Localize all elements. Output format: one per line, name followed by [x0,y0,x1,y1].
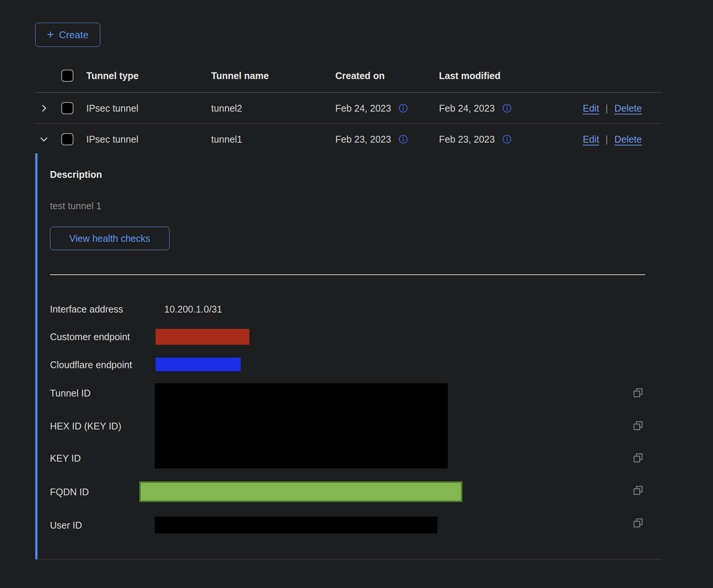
interface-address-label: Interface address [50,304,123,315]
row-actions: Edit | Delete [583,134,642,145]
copy-icon [632,420,644,431]
tunnels-table: Tunnel type Tunnel name Created on Last … [35,59,662,154]
chevron-down-icon [39,134,49,144]
expanded-indicator-bar [35,153,37,559]
table-row-tunnel1: IPsec tunnel tunnel1 Feb 23, 2023 Feb 23… [35,124,662,154]
table-header-row: Tunnel type Tunnel name Created on Last … [35,59,662,93]
header-created-on: Created on [335,70,385,81]
key-id-label: KEY ID [50,453,81,464]
created-on-cell: Feb 24, 2023 [335,103,408,114]
divider [50,274,645,275]
info-icon[interactable] [502,103,512,113]
row-checkbox[interactable] [61,133,73,145]
copy-icon [632,387,644,398]
chevron-right-icon [39,103,49,113]
description-label: Description [50,169,102,180]
interface-address-value: 10.200.1.0/31 [164,304,222,315]
tunnel-type-cell: IPsec tunnel [86,103,139,114]
tunnel1-details-panel: Description test tunnel 1 View health ch… [35,153,662,560]
header-tunnel-type: Tunnel type [86,70,139,81]
row-checkbox-cell [61,133,73,145]
create-button[interactable]: + Create [35,23,100,47]
cloudflare-endpoint-label: Cloudflare endpoint [50,359,132,370]
copy-key-id-button[interactable] [632,452,644,464]
user-id-redacted-value [155,516,437,534]
description-value: test tunnel 1 [50,201,101,212]
view-health-checks-button[interactable]: View health checks [50,227,170,250]
header-tunnel-name: Tunnel name [211,70,269,81]
select-all-cell [61,70,73,82]
copy-fqdn-id-button[interactable] [632,485,644,497]
create-button-label: Create [59,29,89,41]
delete-link[interactable]: Delete [615,134,642,145]
table-row-tunnel2: IPsec tunnel tunnel2 Feb 24, 2023 Feb 24… [35,93,662,124]
created-on-value: Feb 24, 2023 [335,103,391,114]
delete-link[interactable]: Delete [615,103,642,114]
fqdn-id-label: FQDN ID [50,487,89,498]
action-separator: | [606,103,608,114]
copy-icon [632,485,644,496]
info-icon[interactable] [502,134,512,144]
tunnel-name-cell: tunnel2 [211,103,242,114]
tunnel-type-cell: IPsec tunnel [86,134,139,145]
hex-id-label: HEX ID (KEY ID) [50,421,121,432]
copy-user-id-button[interactable] [632,517,644,529]
fqdn-id-redacted-value [139,481,462,502]
copy-icon [632,517,644,529]
tunnel-id-label: Tunnel ID [50,388,90,399]
created-on-value: Feb 23, 2023 [335,134,391,145]
edit-link[interactable]: Edit [583,134,599,145]
expand-row-button[interactable] [37,102,50,115]
row-actions: Edit | Delete [583,103,642,114]
row-checkbox-cell [61,102,73,114]
action-separator: | [606,134,608,145]
tunnel-name-cell: tunnel1 [211,134,242,145]
row-checkbox[interactable] [61,102,73,114]
copy-icon [632,452,644,464]
cloudflare-endpoint-redacted-value [156,358,241,371]
last-modified-cell: Feb 23, 2023 [439,134,512,145]
ids-redacted-values [155,383,448,468]
last-modified-cell: Feb 24, 2023 [439,103,512,114]
copy-tunnel-id-button[interactable] [632,387,644,399]
plus-icon: + [47,28,54,40]
user-id-label: User ID [50,520,82,531]
last-modified-value: Feb 24, 2023 [439,103,495,114]
collapse-row-button[interactable] [37,133,50,146]
last-modified-value: Feb 23, 2023 [439,134,495,145]
info-icon[interactable] [399,103,408,113]
select-all-checkbox[interactable] [61,70,73,82]
ipsec-tunnels-page: + Create Tunnel type Tunnel name Created… [0,0,713,588]
info-icon[interactable] [399,134,408,144]
customer-endpoint-redacted-value [156,329,249,345]
copy-hex-id-button[interactable] [632,420,644,432]
customer-endpoint-label: Customer endpoint [50,331,130,342]
edit-link[interactable]: Edit [583,103,599,114]
header-last-modified: Last modified [439,70,501,81]
created-on-cell: Feb 23, 2023 [335,134,408,145]
